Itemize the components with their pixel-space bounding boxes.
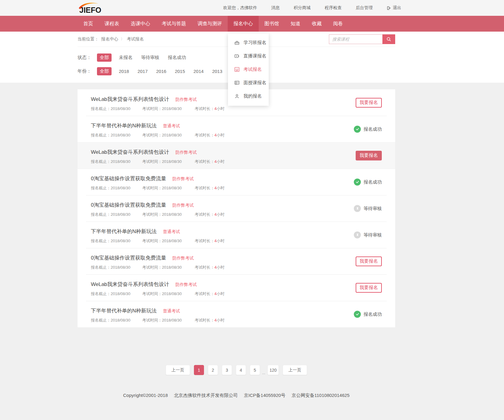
logout-label: 退出: [393, 5, 401, 11]
duration-suffix: 小时: [216, 106, 224, 111]
nav-item-exam-answer[interactable]: 考试与答题: [156, 16, 192, 32]
exam-title[interactable]: 下半年替代补单的N种新玩法: [91, 308, 157, 314]
exam-title[interactable]: WeLab我来贷奋斗系列表情包设计: [91, 149, 169, 155]
nav-item-course-center[interactable]: 选课中心: [125, 16, 156, 32]
dropdown-item-live-course-registration[interactable]: 直播课报名: [228, 49, 269, 63]
exam-title[interactable]: 下半年替代补单的N种新玩法: [91, 229, 157, 234]
exam-title[interactable]: WeLab我来贷奋斗系列表情包设计: [91, 281, 169, 287]
exam-list: WeLab我来贷奋斗系列表情包设计 防作弊考试 报名截止：2018/08/30 …: [78, 89, 395, 327]
search-input[interactable]: [329, 34, 382, 44]
duration-label: 考试时长：: [195, 186, 214, 190]
logo[interactable]: JIEFO: [78, 2, 112, 14]
year-filter-2014[interactable]: 2014: [194, 69, 204, 74]
status-filter-not-registered[interactable]: 未报名: [119, 55, 133, 60]
apply-button[interactable]: 我要报名: [356, 283, 382, 293]
year-filter-2018[interactable]: 2018: [119, 69, 129, 74]
footer: Copyright©2001-2018 北京杰佛软件技术开发有限公司 京ICP备…: [78, 393, 395, 398]
exam-row: 下半年替代补单的N种新玩法 普通考试 报名截止：2018/08/30 考试时间：…: [78, 222, 395, 248]
top-link-messages[interactable]: 消息: [271, 5, 280, 11]
status-filter-all[interactable]: 全部: [97, 53, 112, 62]
registration-dropdown-menu: 学习班报名 直播课报名 100 考试报名 面授课报名 我的报名: [228, 33, 269, 106]
page-button-5[interactable]: 5: [250, 365, 260, 375]
duration-label: 考试时长：: [195, 159, 214, 164]
exam-type-tag: 防作弊考试: [172, 203, 194, 208]
dropdown-item-my-registrations[interactable]: 我的报名: [228, 89, 269, 103]
nav-item-marking[interactable]: 阅卷: [327, 16, 349, 32]
exam-icon: 100: [234, 67, 240, 72]
deadline-value: 2018/08/30: [111, 212, 130, 217]
dropdown-item-class-registration[interactable]: 学习班报名: [228, 36, 269, 49]
page-button-3[interactable]: 3: [222, 365, 232, 375]
exam-time-label: 考试时间：: [142, 239, 162, 243]
logout-button[interactable]: 退出: [387, 5, 401, 11]
exam-row: 0淘宝基础操作设置获取免费流量 防作弊考试 报名截止：2018/08/30 考试…: [78, 248, 395, 274]
exam-title[interactable]: 0淘宝基础操作设置获取免费流量: [91, 202, 166, 208]
breadcrumb-exam-registration[interactable]: 考试报名: [127, 36, 144, 42]
status-success: 报名成功: [354, 311, 382, 318]
exam-title[interactable]: 下半年替代补单的N种新玩法: [91, 123, 157, 129]
status-filter-waiting[interactable]: 等待审核: [141, 55, 159, 60]
exam-time-value: 2018/08/30: [162, 212, 182, 217]
apply-button[interactable]: 我要报名: [356, 98, 382, 108]
duration-suffix: 小时: [216, 159, 224, 164]
page-button-4[interactable]: 4: [236, 365, 246, 375]
exam-title[interactable]: 0淘宝基础操作设置获取免费流量: [91, 255, 166, 261]
dropdown-item-label: 考试报名: [243, 67, 262, 72]
deadline-value: 2018/08/30: [111, 186, 130, 190]
status-success: 报名成功: [354, 178, 382, 185]
duration-label: 考试时长：: [195, 133, 214, 137]
nav-item-favorites[interactable]: 收藏: [306, 16, 327, 32]
dropdown-item-offline-course-registration[interactable]: 面授课报名: [228, 76, 269, 89]
exam-type-tag: 防作弊考试: [175, 97, 197, 102]
year-filter-2015[interactable]: 2015: [175, 69, 185, 74]
page-button-120[interactable]: 120: [268, 365, 279, 375]
nav-item-timetable[interactable]: 课程表: [99, 16, 125, 32]
status-filter-success[interactable]: 报名成功: [168, 55, 186, 60]
exam-type-tag: 防作弊考试: [172, 176, 194, 181]
exam-time-value: 2018/08/30: [162, 265, 182, 270]
footer-copyright: Copyright©2001-2018: [123, 393, 168, 398]
nav-item-home[interactable]: 首页: [78, 16, 99, 32]
footer-company: 北京杰佛软件技术开发有限公司: [174, 393, 238, 398]
exam-title[interactable]: 0淘宝基础操作设置获取免费流量: [91, 176, 166, 181]
deadline-label: 报名截止：: [91, 186, 111, 190]
exam-time-value: 2018/08/30: [162, 186, 182, 190]
dropdown-item-exam-registration[interactable]: 100 考试报名: [228, 63, 269, 76]
exam-time-label: 考试时间：: [142, 159, 162, 164]
year-filter-all[interactable]: 全部: [97, 67, 112, 75]
deadline-label: 报名截止：: [91, 212, 111, 217]
nav-item-know[interactable]: 知道: [285, 16, 306, 32]
exam-title[interactable]: WeLab我来贷奋斗系列表情包设计: [91, 96, 169, 102]
page-button-2[interactable]: 2: [208, 365, 218, 375]
nav-item-library[interactable]: 图书馆: [259, 16, 285, 32]
exam-time-value: 2018/08/30: [162, 133, 182, 137]
check-circle-icon: [354, 311, 361, 318]
deadline-label: 报名截止：: [91, 291, 111, 296]
exam-row: 下半年替代补单的N种新玩法 普通考试 报名截止：2018/08/30 考试时间：…: [78, 301, 395, 327]
top-link-program-check[interactable]: 程序检查: [325, 5, 342, 11]
nav-item-registration-center[interactable]: 报名中心: [228, 16, 259, 32]
duration-label: 考试时长：: [195, 239, 214, 243]
footer-police-record: 京公网安备11010802014625: [292, 393, 350, 398]
top-link-points-mall[interactable]: 积分商城: [294, 5, 311, 11]
prev-page-button[interactable]: 上一页: [166, 365, 190, 375]
page-button-1[interactable]: 1: [194, 365, 204, 375]
top-link-admin[interactable]: 后台管理: [356, 5, 373, 11]
dropdown-item-label: 面授课报名: [243, 80, 266, 86]
check-circle-icon: [354, 126, 361, 133]
svg-text:100: 100: [235, 68, 238, 70]
year-filter-2016[interactable]: 2016: [156, 69, 166, 74]
nav-item-survey[interactable]: 调查与测评: [192, 16, 228, 32]
apply-button[interactable]: 我要报名: [356, 151, 382, 160]
exam-type-tag: 普通考试: [163, 229, 180, 234]
year-filter-2017[interactable]: 2017: [137, 69, 147, 74]
year-filter-2013[interactable]: 2013: [212, 69, 222, 74]
search-button[interactable]: [382, 34, 395, 44]
apply-button[interactable]: 我要报名: [356, 256, 382, 266]
duration-label: 考试时长：: [195, 318, 214, 322]
status-label: 报名成功: [364, 311, 382, 317]
exam-time-label: 考试时间：: [142, 133, 162, 137]
breadcrumb-registration-center[interactable]: 报名中心: [101, 36, 118, 42]
duration-label: 考试时长：: [195, 106, 214, 111]
next-page-button[interactable]: 上一页: [283, 365, 307, 375]
